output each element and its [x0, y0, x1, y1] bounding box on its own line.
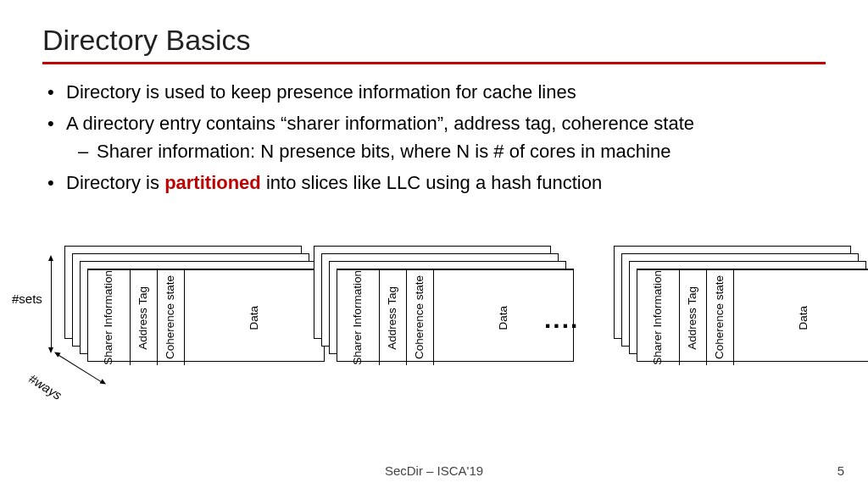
title-underline	[42, 62, 826, 64]
sets-arrow-icon	[51, 259, 52, 349]
field-coh: Coherence state	[407, 270, 434, 365]
directory-slice-n: Sharer Information Address Tag Coherence…	[614, 246, 854, 373]
field-tag: Address Tag	[131, 270, 158, 365]
field-sharer-label: Sharer Information	[652, 270, 665, 365]
bullet-2a: Sharer information: N presence bits, whe…	[97, 137, 826, 165]
way-front: Sharer Information Address Tag Coherence…	[87, 269, 325, 362]
field-data-label: Data	[798, 306, 810, 330]
field-tag: Address Tag	[380, 270, 407, 365]
way-front: Sharer Information Address Tag Coherence…	[637, 269, 868, 362]
field-coh-label: Coherence state	[714, 275, 726, 359]
field-data: Data	[185, 270, 324, 365]
bullet-3-pre: Directory is	[66, 172, 164, 193]
field-tag-label: Address Tag	[387, 286, 399, 350]
field-sharer: Sharer Information	[637, 270, 680, 365]
directory-slice-1: Sharer Information Address Tag Coherence…	[64, 246, 305, 373]
footer-text: SecDir – ISCA'19	[0, 463, 868, 478]
bullet-list: Directory is used to keep presence infor…	[42, 78, 826, 197]
field-coh: Coherence state	[707, 270, 734, 365]
diagram: #sets #ways Sharer Information Address T…	[12, 246, 856, 424]
entry-fields: Sharer Information Address Tag Coherence…	[637, 270, 868, 365]
field-tag-label: Address Tag	[137, 286, 150, 350]
field-tag-label: Address Tag	[687, 286, 699, 350]
bullet-2: A directory entry contains “sharer infor…	[66, 109, 826, 165]
field-coh: Coherence state	[158, 270, 185, 365]
field-sharer-label: Sharer Information	[352, 270, 364, 365]
bullet-3: Directory is partitioned into slices lik…	[66, 169, 826, 197]
field-tag: Address Tag	[680, 270, 707, 365]
bullet-3-emph: partitioned	[164, 172, 261, 193]
bullet-1: Directory is used to keep presence infor…	[66, 78, 826, 106]
field-sharer: Sharer Information	[337, 270, 380, 365]
field-data-label: Data	[498, 306, 510, 330]
field-coh-label: Coherence state	[164, 275, 177, 359]
field-sharer-label: Sharer Information	[103, 270, 115, 365]
ways-label: #ways	[26, 371, 64, 402]
bullet-3-post: into slices like LLC using a hash functi…	[261, 172, 602, 193]
sub-list: Sharer information: N presence bits, whe…	[66, 137, 826, 165]
entry-fields: Sharer Information Address Tag Coherence…	[88, 270, 324, 365]
way-front: Sharer Information Address Tag Coherence…	[337, 269, 574, 362]
directory-slice-2: Sharer Information Address Tag Coherence…	[314, 246, 554, 373]
field-data: Data	[734, 270, 868, 365]
ellipsis: ....	[544, 305, 579, 334]
sets-label: #sets	[12, 291, 42, 306]
field-sharer: Sharer Information	[88, 270, 131, 365]
field-coh-label: Coherence state	[414, 275, 426, 359]
bullet-2-text: A directory entry contains “sharer infor…	[66, 113, 694, 134]
slide-title: Directory Basics	[42, 24, 826, 57]
entry-fields: Sharer Information Address Tag Coherence…	[337, 270, 573, 365]
field-data-label: Data	[248, 306, 261, 330]
page-number: 5	[837, 463, 844, 478]
